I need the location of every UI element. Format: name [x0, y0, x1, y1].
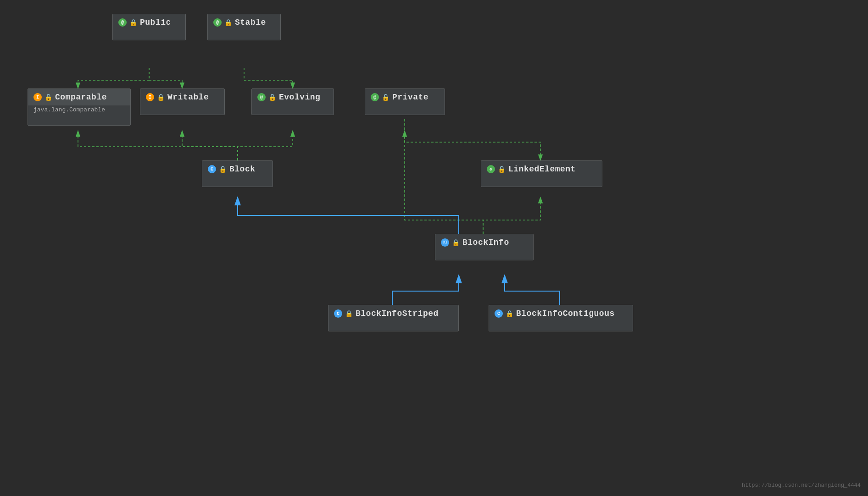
- comparable-label: Comparable: [55, 93, 107, 102]
- node-public[interactable]: @ 🔒 Public: [112, 14, 186, 40]
- blockinfo-lock-icon: 🔒: [452, 239, 460, 247]
- node-blockinfostriped[interactable]: C 🔒 BlockInfoStriped: [328, 305, 459, 331]
- linkedelement-lock-icon: 🔒: [498, 165, 506, 173]
- diagram-canvas: @ 🔒 Public @ 🔒 Stable I 🔒 Comparable jav…: [0, 0, 868, 496]
- stable-lock-icon: 🔒: [224, 19, 232, 27]
- private-icon: @: [371, 93, 379, 101]
- node-blockinfo[interactable]: CI 🔒 BlockInfo: [435, 234, 534, 260]
- blockinfocontiguous-label: BlockInfoContiguous: [516, 309, 615, 318]
- blockinfostriped-lock-icon: 🔒: [345, 310, 353, 318]
- blockinfostriped-icon: C: [334, 309, 342, 318]
- linkedelement-icon: ⚙: [487, 165, 495, 173]
- node-writable[interactable]: I 🔒 Writable: [140, 88, 225, 115]
- block-icon: C: [208, 165, 216, 173]
- blockinfocontiguous-lock-icon: 🔒: [506, 310, 513, 318]
- blockinfostriped-label: BlockInfoStriped: [356, 309, 439, 318]
- blockinfo-label: BlockInfo: [462, 238, 509, 247]
- node-block[interactable]: C 🔒 Block: [202, 160, 273, 187]
- comparable-lock-icon: 🔒: [45, 94, 52, 101]
- node-private[interactable]: @ 🔒 Private: [365, 88, 445, 115]
- public-icon: @: [118, 18, 127, 27]
- public-label: Public: [140, 18, 171, 27]
- node-stable[interactable]: @ 🔒 Stable: [207, 14, 281, 40]
- connection-lines: [0, 0, 868, 496]
- evolving-label: Evolving: [279, 93, 320, 102]
- node-blockinfocontiguous[interactable]: C 🔒 BlockInfoContiguous: [489, 305, 633, 331]
- watermark: https://blog.csdn.net/zhanglong_4444: [742, 482, 861, 489]
- comparable-sub: java.lang.Comparable: [28, 105, 130, 116]
- block-label: Block: [229, 165, 256, 174]
- public-lock-icon: 🔒: [129, 19, 137, 27]
- writable-label: Writable: [167, 93, 209, 102]
- writable-lock-icon: 🔒: [157, 94, 165, 101]
- block-lock-icon: 🔒: [219, 165, 227, 173]
- blockinfocontiguous-icon: C: [495, 309, 503, 318]
- stable-icon: @: [213, 18, 222, 27]
- evolving-lock-icon: 🔒: [268, 94, 276, 101]
- writable-icon: I: [146, 93, 154, 101]
- linkedelement-label: LinkedElement: [508, 165, 576, 174]
- private-lock-icon: 🔒: [382, 94, 389, 101]
- node-comparable[interactable]: I 🔒 Comparable java.lang.Comparable: [28, 88, 131, 126]
- node-evolving[interactable]: @ 🔒 Evolving: [251, 88, 334, 115]
- blockinfo-icon: CI: [441, 238, 449, 247]
- stable-label: Stable: [235, 18, 266, 27]
- comparable-icon: I: [33, 93, 42, 101]
- evolving-icon: @: [257, 93, 266, 101]
- private-label: Private: [392, 93, 428, 102]
- node-linkedelement[interactable]: ⚙ 🔒 LinkedElement: [481, 160, 602, 187]
